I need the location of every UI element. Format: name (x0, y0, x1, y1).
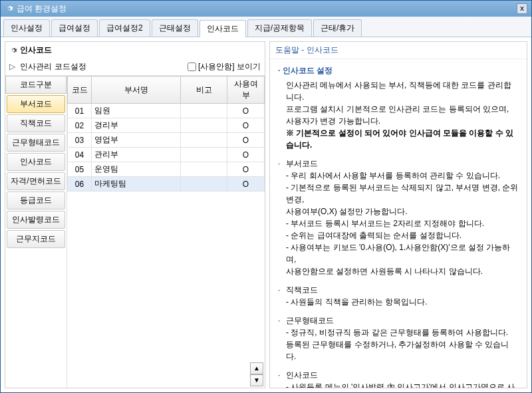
gear-icon (5, 4, 14, 13)
table-cell[interactable]: 임원 (92, 104, 181, 118)
table-cell[interactable]: 운영팀 (92, 162, 181, 177)
help-title: · 인사코드 설정 (278, 65, 519, 76)
table-row[interactable]: 02경리부O (68, 118, 265, 133)
column-header[interactable]: 사용여부 (227, 76, 265, 104)
table-cell[interactable] (181, 104, 227, 118)
table-cell[interactable]: 05 (68, 162, 92, 177)
table-cell[interactable] (181, 177, 227, 192)
move-up-button[interactable]: ▲ (250, 362, 263, 374)
gear-icon (9, 47, 17, 55)
help-section-title: ·인사코드 (278, 369, 519, 381)
help-text: - 부서코드 등록시 부서코드는 2자리로 지정해야 합니다. (278, 217, 519, 229)
table-cell[interactable]: O (227, 162, 265, 177)
table-cell[interactable]: O (227, 133, 265, 148)
code-type-button[interactable]: 부서코드 (7, 95, 65, 113)
triangle-icon: ▷ (9, 62, 15, 71)
table-cell[interactable]: 04 (68, 148, 92, 162)
column-header[interactable]: 비고 (181, 76, 227, 104)
left-panel-header: 인사코드 (5, 42, 265, 59)
table-row[interactable]: 05운영팀O (68, 162, 265, 177)
table-cell[interactable]: O (227, 118, 265, 133)
help-panel: 도움말 - 인사코드 · 인사코드 설정 인사관리 메뉴에서 사용되는 부서, … (269, 41, 527, 388)
show-unused-toggle[interactable]: [사용안함] 보이기 (188, 61, 261, 72)
help-section-title: ·근무형태코드 (278, 315, 519, 327)
table-row[interactable]: 03영업부O (68, 133, 265, 148)
table-cell[interactable] (181, 133, 227, 148)
help-text: ※ 기본적으로 설정이 되어 있어야 인사급여 모듈을 이용할 수 있습니다. (278, 127, 519, 151)
main-tabs: 인사설정급여설정급여설정2근태설정인사코드지급/공제항목근태/휴가 (1, 17, 531, 37)
table-cell[interactable]: 경리부 (92, 118, 181, 133)
table-cell[interactable]: O (227, 177, 265, 192)
grid-wrap: 코드부서명비고사용여부 01임원O02경리부O03영업부O04관리부O05운영팀… (66, 76, 265, 388)
help-text: - 순위는 급여대장에 출력되는 순서를 설정합니다. (278, 229, 519, 241)
inner-split: 코드구분 부서코드직책코드근무형태코드인사코드자격/면허코드등급코드인사발령코드… (5, 76, 265, 388)
tab-6[interactable]: 근태/휴가 (313, 19, 362, 37)
help-section-title: ·직책코드 (278, 284, 519, 296)
help-text: 인사관리 메뉴에서 사용되는 부서, 직책등에 대한 코드를 관리합니다. (278, 79, 519, 103)
tab-2[interactable]: 급여설정2 (99, 19, 150, 37)
column-header[interactable]: 코드 (68, 76, 92, 104)
table-cell[interactable]: 마케팅팀 (92, 177, 181, 192)
move-down-button[interactable]: ▼ (250, 374, 263, 386)
code-type-button[interactable]: 근무지코드 (7, 230, 65, 248)
code-type-button[interactable]: 근무형태코드 (7, 134, 65, 152)
table-cell[interactable]: 영업부 (92, 133, 181, 148)
tab-0[interactable]: 인사설정 (3, 19, 50, 37)
help-text: - 사용여부는 키보드 '0.사용(O), 1.사용안함(X)'으로 설정 가능… (278, 241, 519, 265)
tab-3[interactable]: 근태설정 (152, 19, 198, 37)
code-type-button[interactable]: 직책코드 (7, 114, 65, 132)
help-body: · 인사코드 설정 인사관리 메뉴에서 사용되는 부서, 직책등에 대한 코드를… (270, 59, 527, 388)
help-text: - 우리 회사에서 사용할 부서를 등록하여 관리할 수 있습니다. (278, 170, 519, 182)
table-row[interactable]: 06마케팅팀O (68, 177, 265, 192)
app-window: 급여 환경설정 x 인사설정급여설정급여설정2근태설정인사코드지급/공제항목근태… (0, 0, 532, 393)
help-text: - 기본적으로 등록된 부서코드는 삭제되지 않고, 부서명 변경, 순위변경, (278, 182, 519, 205)
close-icon[interactable]: x (517, 3, 527, 14)
table-cell[interactable]: 06 (68, 177, 92, 192)
help-header: 도움말 - 인사코드 (270, 42, 527, 59)
window-title: 급여 환경설정 (17, 3, 66, 15)
show-unused-checkbox[interactable] (188, 63, 196, 71)
help-text: 프로그램 설치시 기본적으로 인사관리 코드는 등록되어 있으며, 사용자가 변… (278, 103, 519, 127)
content: 인사코드 ▷ 인사관리 코드설정 [사용안함] 보이기 코드구분 부서코드직책코… (1, 37, 531, 392)
code-type-header: 코드구분 (5, 76, 66, 94)
help-text: - 사원들의 직책을 관리하는 항목입니다. (278, 296, 519, 308)
help-text: 등록된 근무형태를 수정하거나, 추가설정하여 사용할 수 있습니다. (278, 338, 519, 362)
tab-1[interactable]: 급여설정 (51, 19, 98, 37)
show-unused-label: [사용안함] 보이기 (198, 61, 261, 72)
help-text: - 정규직, 비정규직 등과 같은 근무형태를 등록하여 사용합니다. (278, 327, 519, 338)
data-grid[interactable]: 코드부서명비고사용여부 01임원O02경리부O03영업부O04관리부O05운영팀… (67, 76, 265, 388)
titlebar: 급여 환경설정 x (1, 1, 531, 17)
code-type-button[interactable]: 자격/면허코드 (7, 172, 65, 190)
sub-header-label: 인사관리 코드설정 (20, 62, 86, 71)
code-type-button[interactable]: 등급코드 (7, 192, 65, 209)
tab-5[interactable]: 지급/공제항목 (247, 19, 312, 37)
code-type-button[interactable]: 인사코드 (7, 153, 65, 171)
code-type-button[interactable]: 인사발령코드 (7, 211, 65, 229)
left-panel: 인사코드 ▷ 인사관리 코드설정 [사용안함] 보이기 코드구분 부서코드직책코… (5, 41, 265, 388)
code-type-sidebar: 코드구분 부서코드직책코드근무형태코드인사코드자격/면허코드등급코드인사발령코드… (5, 76, 66, 388)
help-section-title: ·부서코드 (278, 158, 519, 170)
table-cell[interactable] (181, 162, 227, 177)
table-cell[interactable]: 03 (68, 133, 92, 148)
table-cell[interactable]: 02 (68, 118, 92, 133)
row-order-controls: ▲ ▼ (250, 362, 263, 386)
help-text: 사용안함으로 설정하면 사원등록 시 나타나지 않습니다. (278, 265, 519, 277)
tab-4[interactable]: 인사코드 (200, 20, 246, 37)
table-cell[interactable]: 관리부 (92, 148, 181, 162)
help-text: - 사원등록 메뉴의 '인사발령 內 인사고가'에서 인사고가명으로 사용됩니다… (278, 381, 519, 388)
table-row[interactable]: 01임원O (68, 104, 265, 118)
table-cell[interactable] (181, 148, 227, 162)
table-cell[interactable]: O (227, 104, 265, 118)
column-header[interactable]: 부서명 (92, 76, 181, 104)
table-cell[interactable]: O (227, 148, 265, 162)
table-row[interactable]: 04관리부O (68, 148, 265, 162)
table-cell[interactable]: 01 (68, 104, 92, 118)
table-cell[interactable] (181, 118, 227, 133)
panel-title: 인사코드 (20, 45, 52, 56)
sub-header: ▷ 인사관리 코드설정 [사용안함] 보이기 (5, 59, 265, 76)
help-text: 사용여부(O,X) 설정만 가능합니다. (278, 205, 519, 217)
